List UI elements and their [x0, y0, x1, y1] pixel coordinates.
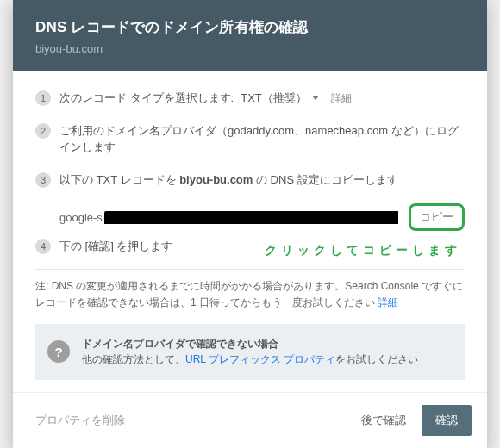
step-number: 3 — [35, 172, 51, 188]
chevron-down-icon — [312, 96, 319, 100]
dialog-body: 1 次のレコード タイプを選択します: TXT（推奨） 詳細 2 ご利用のドメイ… — [13, 71, 487, 392]
step-1: 1 次のレコード タイプを選択します: TXT（推奨） 詳細 — [35, 90, 465, 107]
info-title: ドメイン名プロバイダで確認できない場合 — [82, 336, 418, 352]
copy-callout: クリックしてコピーします — [265, 243, 461, 258]
note-text: 注: DNS の変更が適用されるまでに時間がかかる場合があります。Search … — [35, 280, 463, 308]
dns-note: 注: DNS の変更が適用されるまでに時間がかかる場合があります。Search … — [35, 269, 465, 311]
record-type-select[interactable]: TXT（推奨） — [241, 90, 319, 107]
step-3-domain: biyou-bu.com — [179, 173, 253, 186]
step-2-text: ご利用のドメイン名プロバイダ（godaddy.com、namecheap.com… — [59, 122, 465, 156]
dialog-title: DNS レコードでのドメイン所有権の確認 — [35, 17, 465, 37]
step-1-text: 次のレコード タイプを選択します: TXT（推奨） 詳細 — [59, 90, 352, 107]
confirm-button[interactable]: 確認 — [422, 405, 472, 436]
txt-record-row: google-s コピー — [59, 203, 465, 231]
detail-link[interactable]: 詳細 — [331, 90, 352, 106]
question-icon: ? — [47, 340, 70, 363]
txt-record-value[interactable]: google-s — [59, 211, 398, 224]
record-type-value: TXT（推奨） — [241, 90, 307, 107]
step-3-text: 以下の TXT レコードを biyou-bu.com の DNS 設定にコピーし… — [59, 171, 398, 189]
txt-record-prefix: google-s — [59, 211, 103, 224]
delete-property-link[interactable]: プロパティを削除 — [35, 413, 125, 428]
url-prefix-link[interactable]: URL プレフィックス プロパティ — [185, 353, 335, 365]
note-detail-link[interactable]: 詳細 — [378, 296, 398, 308]
step-2: 2 ご利用のドメイン名プロバイダ（godaddy.com、namecheap.c… — [35, 122, 465, 156]
step-number: 1 — [35, 90, 51, 106]
dialog-footer: プロパティを削除 後で確認 確認 — [13, 392, 487, 448]
redaction-bar — [104, 211, 398, 224]
verify-later-button[interactable]: 後で確認 — [353, 406, 415, 435]
step-4: 4 下の [確認] を押します — [35, 238, 256, 255]
info-text: ドメイン名プロバイダで確認できない場合 他の確認方法として、URL プレフィック… — [82, 336, 418, 368]
step-3: 3 以下の TXT レコードを biyou-bu.com の DNS 設定にコピ… — [35, 171, 465, 189]
step-3-suffix: の DNS 設定にコピーします — [253, 173, 397, 186]
step-number: 4 — [35, 239, 51, 254]
dialog-header: DNS レコードでのドメイン所有権の確認 biyou-bu.com — [13, 0, 487, 71]
step-1-label: 次のレコード タイプを選択します: — [59, 90, 234, 107]
info-body-a: 他の確認方法として、 — [82, 353, 185, 365]
info-box: ? ドメイン名プロバイダで確認できない場合 他の確認方法として、URL プレフィ… — [35, 324, 465, 380]
copy-button[interactable]: コピー — [409, 203, 465, 231]
info-body-b: をお試しください — [335, 353, 418, 365]
step-number: 2 — [35, 123, 51, 139]
footer-actions: 後で確認 確認 — [353, 405, 472, 436]
step-4-text: 下の [確認] を押します — [59, 238, 172, 255]
verify-dns-dialog: DNS レコードでのドメイン所有権の確認 biyou-bu.com 1 次のレコ… — [13, 0, 487, 448]
step-3-prefix: 以下の TXT レコードを — [59, 173, 179, 186]
dialog-subtitle: biyou-bu.com — [35, 42, 465, 55]
